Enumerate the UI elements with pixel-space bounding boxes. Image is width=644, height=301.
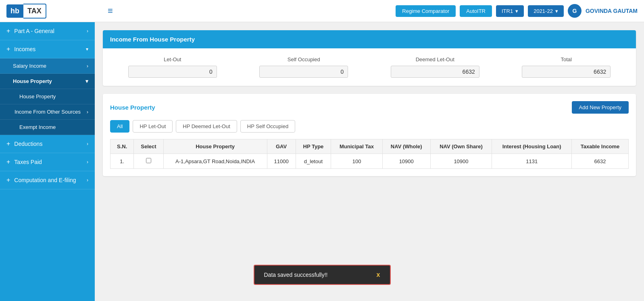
cell-gav: 11000 bbox=[267, 154, 296, 169]
hamburger-icon[interactable]: ≡ bbox=[108, 6, 113, 16]
cell-taxable-income: 6632 bbox=[572, 154, 629, 169]
cell-nav-own-share: 10900 bbox=[430, 154, 492, 169]
cell-hp-type: d_letout bbox=[296, 154, 331, 169]
house-property-section: House Property Add New Property All HP L… bbox=[103, 94, 636, 176]
table-row: 1. A-1,Apsara,GT Road,Noida,INDIA 11000 … bbox=[110, 154, 629, 169]
sidebar-item-deductions[interactable]: + Deductions › bbox=[0, 135, 95, 153]
col-interest-housing-loan: Interest (Housing Loan) bbox=[492, 139, 572, 154]
cell-sn: 1. bbox=[110, 154, 134, 169]
sidebar-item-label: Part A - General bbox=[14, 28, 54, 34]
let-out-input[interactable] bbox=[128, 66, 217, 78]
user-name: GOVINDA GAUTAM bbox=[586, 8, 638, 14]
filter-all-button[interactable]: All bbox=[110, 120, 129, 133]
sidebar: + Part A - General › + Incomes ▾ Salary … bbox=[0, 22, 95, 301]
filter-hp-deemed-let-out-button[interactable]: HP Deemed Let-Out bbox=[176, 120, 237, 133]
summary-card: Income From House Property Let-Out Self … bbox=[103, 30, 636, 86]
itr1-button[interactable]: ITR1 ▾ bbox=[496, 5, 524, 17]
sidebar-item-part-a[interactable]: + Part A - General › bbox=[0, 22, 95, 40]
year-button[interactable]: 2021-22 ▾ bbox=[528, 5, 564, 17]
sidebar-item-income-other-sources[interactable]: Income From Other Sources › bbox=[0, 104, 95, 120]
plus-icon: + bbox=[6, 158, 10, 166]
col-sn: S.N. bbox=[110, 139, 134, 154]
sidebar-item-label: Income From Other Sources bbox=[15, 109, 81, 115]
sidebar-item-label: Salary Income bbox=[13, 63, 46, 69]
chevron-down-icon: ▾ bbox=[85, 78, 88, 84]
summary-body: Let-Out Self Occupied Deemed Let-Out Tot… bbox=[103, 48, 636, 86]
sidebar-item-label: House Property bbox=[13, 78, 52, 84]
chevron-right-icon: › bbox=[87, 109, 88, 115]
logo-tax: TAX bbox=[23, 4, 46, 19]
plus-icon: + bbox=[6, 46, 10, 53]
total-input[interactable] bbox=[522, 66, 611, 78]
cell-municipal-tax: 100 bbox=[331, 154, 382, 169]
header-right: Regime Comparator AutoITR ITR1 ▾ 2021-22… bbox=[396, 4, 638, 18]
logo-hb: hb bbox=[6, 4, 23, 18]
chevron-down-icon: ▾ bbox=[515, 8, 518, 14]
col-select: Select bbox=[134, 139, 163, 154]
self-occupied-label: Self Occupied bbox=[288, 56, 320, 62]
sidebar-item-label: Exempt Income bbox=[19, 124, 56, 130]
col-municipal-tax: Municipal Tax bbox=[331, 139, 382, 154]
col-gav: GAV bbox=[267, 139, 296, 154]
total-field: Total bbox=[505, 56, 628, 78]
add-new-property-button[interactable]: Add New Property bbox=[572, 101, 629, 114]
autoitr-button[interactable]: AutoITR bbox=[460, 5, 492, 17]
sidebar-item-label: Incomes bbox=[14, 46, 35, 52]
hp-section-title: House Property bbox=[110, 104, 155, 111]
filter-hp-let-out-button[interactable]: HP Let-Out bbox=[133, 120, 173, 133]
sidebar-item-computation[interactable]: + Computation and E-filing › bbox=[0, 171, 95, 189]
filter-hp-self-occupied-button[interactable]: HP Self Occupied bbox=[240, 120, 295, 133]
main-layout: + Part A - General › + Incomes ▾ Salary … bbox=[0, 22, 644, 301]
self-occupied-field: Self Occupied bbox=[242, 56, 366, 78]
sidebar-item-salary-income[interactable]: Salary Income › bbox=[0, 58, 95, 74]
cell-house-property: A-1,Apsara,GT Road,Noida,INDIA bbox=[163, 154, 267, 169]
chevron-down-icon: ▾ bbox=[555, 8, 558, 14]
regime-comparator-button[interactable]: Regime Comparator bbox=[396, 5, 456, 17]
sidebar-item-incomes[interactable]: + Incomes ▾ bbox=[0, 40, 95, 58]
deemed-let-out-label: Deemed Let-Out bbox=[416, 56, 454, 62]
page-title: Income From House Property bbox=[103, 30, 636, 48]
sidebar-item-label: Deductions bbox=[14, 141, 42, 147]
total-label: Total bbox=[561, 56, 572, 62]
plus-icon: + bbox=[6, 140, 10, 147]
let-out-field: Let-Out bbox=[111, 56, 234, 78]
self-occupied-input[interactable] bbox=[259, 66, 348, 78]
toast-overlay: Data saved successfully!! x bbox=[254, 265, 391, 285]
sidebar-item-label: House Property bbox=[19, 93, 56, 100]
deemed-let-out-input[interactable] bbox=[391, 66, 479, 78]
sidebar-item-label: Computation and E-filing bbox=[14, 177, 76, 183]
cell-nav-whole: 10900 bbox=[382, 154, 430, 169]
toast-close-button[interactable]: x bbox=[377, 271, 380, 278]
toast: Data saved successfully!! x bbox=[254, 265, 391, 285]
col-nav-whole: NAV (Whole) bbox=[382, 139, 430, 154]
chevron-right-icon: › bbox=[87, 63, 88, 69]
col-nav-own-share: NAV (Own Share) bbox=[430, 139, 492, 154]
chevron-down-icon: ▾ bbox=[86, 46, 88, 52]
deemed-let-out-field: Deemed Let-Out bbox=[373, 56, 497, 78]
col-taxable-income: Taxable Income bbox=[572, 139, 629, 154]
filter-buttons: All HP Let-Out HP Deemed Let-Out HP Self… bbox=[110, 120, 629, 133]
house-property-table: S.N. Select House Property GAV HP Type M… bbox=[110, 139, 629, 169]
content-area: Income From House Property Let-Out Self … bbox=[95, 22, 644, 301]
col-house-property: House Property bbox=[163, 139, 267, 154]
cell-interest-housing-loan: 1131 bbox=[492, 154, 572, 169]
sidebar-item-house-property[interactable]: House Property ▾ bbox=[0, 74, 95, 89]
chevron-right-icon: › bbox=[87, 177, 88, 183]
sidebar-item-label: Taxes Paid bbox=[14, 159, 42, 165]
sidebar-item-house-property-sub[interactable]: House Property bbox=[0, 89, 95, 104]
row-checkbox[interactable] bbox=[146, 158, 151, 163]
logo-area: hb TAX bbox=[6, 4, 101, 19]
plus-icon: + bbox=[6, 176, 10, 184]
toast-message: Data saved successfully!! bbox=[264, 272, 328, 278]
sidebar-item-exempt-income[interactable]: Exempt Income bbox=[0, 120, 95, 135]
sidebar-item-taxes-paid[interactable]: + Taxes Paid › bbox=[0, 153, 95, 171]
avatar: G bbox=[568, 4, 581, 18]
hp-section-header: House Property Add New Property bbox=[110, 101, 629, 114]
chevron-right-icon: › bbox=[87, 28, 88, 34]
sidebar-sub-incomes: Salary Income › House Property ▾ House P… bbox=[0, 58, 95, 135]
header: hb TAX ≡ Regime Comparator AutoITR ITR1 … bbox=[0, 0, 644, 22]
cell-select[interactable] bbox=[134, 154, 163, 169]
plus-icon: + bbox=[6, 27, 10, 35]
let-out-label: Let-Out bbox=[164, 56, 181, 62]
chevron-right-icon: › bbox=[87, 159, 88, 165]
